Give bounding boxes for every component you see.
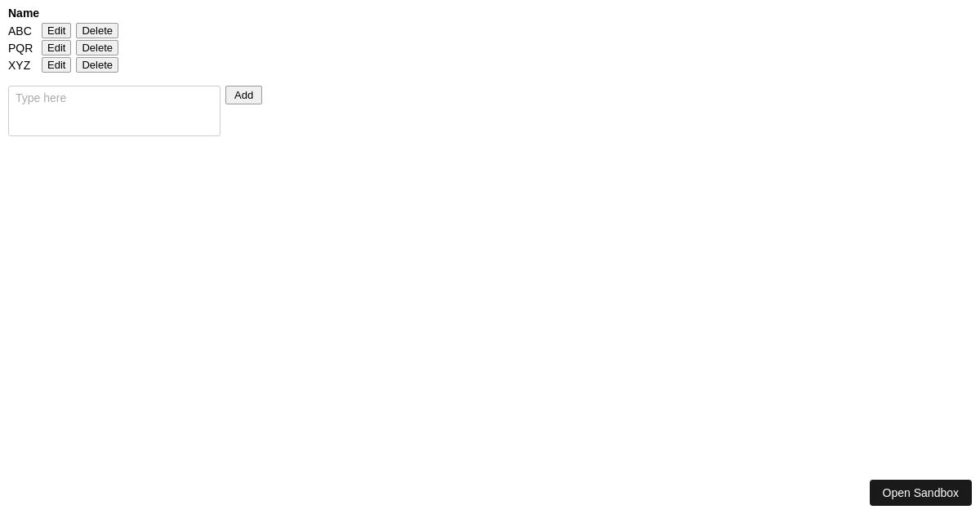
delete-button-pqr[interactable]: Delete bbox=[76, 40, 118, 55]
item-name-xyz: XYZ bbox=[8, 59, 37, 72]
edit-button-pqr[interactable]: Edit bbox=[42, 40, 71, 55]
delete-button-xyz[interactable]: Delete bbox=[76, 57, 118, 73]
name-input[interactable] bbox=[8, 86, 220, 136]
item-name-pqr: PQR bbox=[8, 42, 37, 55]
table-row: ABC Edit Delete bbox=[8, 23, 972, 38]
add-button[interactable]: Add bbox=[225, 86, 262, 104]
edit-button-xyz[interactable]: Edit bbox=[42, 57, 71, 73]
name-column-header: Name bbox=[8, 7, 972, 20]
table-row: XYZ Edit Delete bbox=[8, 57, 972, 73]
delete-button-abc[interactable]: Delete bbox=[76, 23, 118, 38]
main-content: Name ABC Edit Delete PQR Edit Delete XYZ… bbox=[0, 0, 980, 143]
table-row: PQR Edit Delete bbox=[8, 40, 972, 55]
edit-button-abc[interactable]: Edit bbox=[42, 23, 71, 38]
item-name-abc: ABC bbox=[8, 24, 37, 38]
open-sandbox-button[interactable]: Open Sandbox bbox=[870, 480, 972, 506]
add-section: Add bbox=[8, 86, 972, 136]
